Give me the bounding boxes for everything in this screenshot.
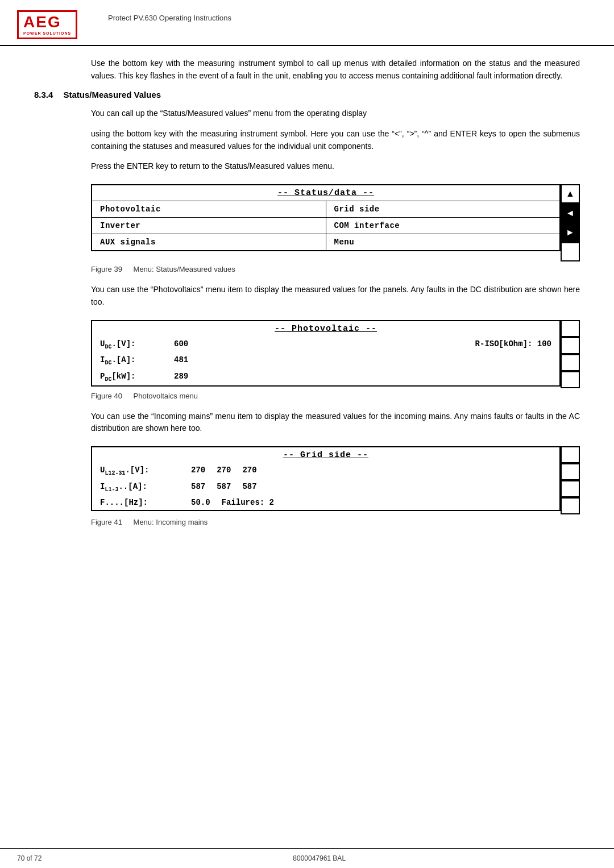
grid-row-0: UL12-31.[V]: 270 270 270 <box>92 463 559 479</box>
display-row-1: Inverter COM interface <box>92 218 559 234</box>
footer-center: 8000047961 BAL <box>293 854 346 862</box>
pv-display: -- Photovoltaic -- UDC.[V]: 600 R-ISO[kO… <box>91 320 561 387</box>
grid-label-i: IL1-3..[A]: <box>100 482 191 493</box>
btn-up[interactable]: ▲ <box>561 184 580 203</box>
grid-f-1: 50.0 <box>191 498 210 507</box>
grid-i-2: 587 <box>217 482 231 491</box>
grid-vals-i: 587 587 587 <box>191 482 257 491</box>
grid-row-2: F....[Hz]: 50.0 Failures: 2 <box>92 495 559 510</box>
side-buttons-40 <box>561 320 580 388</box>
fig39-text: Menu: Status/Measured values <box>134 265 235 273</box>
btn41-3 <box>561 480 580 497</box>
btn-left[interactable]: ◄ <box>561 203 580 223</box>
btn-blank <box>561 242 580 261</box>
fig40-caption: Figure 40 Photovoltaics menu <box>91 392 580 400</box>
section-para1: You can call up the “Status/Measured val… <box>91 107 580 120</box>
grid-u-3: 270 <box>242 466 256 475</box>
display-row-2: AUX signals Menu <box>92 234 559 250</box>
grid-failures-label: Failures: 2 <box>222 498 274 507</box>
display-cell-pv: Photovoltaic <box>92 201 326 217</box>
grid-vals-f: 50.0 Failures: 2 <box>191 498 274 507</box>
pv-val-udc: 600 <box>174 339 208 350</box>
grid-i-1: 587 <box>191 482 205 491</box>
section-title: Status/Measured Values <box>63 90 161 99</box>
grid-i-3: 587 <box>242 482 256 491</box>
grid-label-u: UL12-31.[V]: <box>100 466 191 476</box>
fig40-num: Figure 40 <box>91 392 122 400</box>
fig39-num: Figure 39 <box>91 265 122 273</box>
section-number: 8.3.4 <box>34 90 53 99</box>
fig40-text: Photovoltaics menu <box>134 392 198 400</box>
logo-box: AEG POWER SOLUTIONS <box>17 10 77 39</box>
side-buttons-41 <box>561 446 580 514</box>
figure41-container: -- Grid side -- UL12-31.[V]: 270 270 270… <box>91 446 580 514</box>
doc-title: Protect PV.630 Operating Instructions <box>85 10 597 22</box>
pv-val-pdc: 289 <box>174 372 208 383</box>
figure39-container: -- Status/data -- Photovoltaic Grid side… <box>91 184 580 261</box>
intro-section: Use the bottom key with the measuring in… <box>91 57 580 82</box>
pv-riso-label: R-ISO[kOhm]: 100 <box>475 339 551 350</box>
pv-label-udc: UDC.[V]: <box>100 339 174 350</box>
grid-vals-u: 270 270 270 <box>191 466 257 475</box>
display-cell-menu: Menu <box>326 234 560 250</box>
footer-left: 70 of 72 <box>17 854 42 862</box>
display-cell-inverter: Inverter <box>92 218 326 234</box>
btn41-4 <box>561 497 580 514</box>
btn40-4 <box>561 371 580 388</box>
page-footer: 70 of 72 8000047961 BAL <box>0 848 614 868</box>
display-cell-grid: Grid side <box>326 201 560 217</box>
fig41-num: Figure 41 <box>91 518 122 526</box>
pv-label-idc: IDC.[A]: <box>100 355 174 366</box>
pv-header: -- Photovoltaic -- <box>92 321 559 337</box>
btn-right[interactable]: ► <box>561 223 580 242</box>
display-header-39: -- Status/data -- <box>92 185 559 201</box>
pv-row-0: UDC.[V]: 600 R-ISO[kOhm]: 100 <box>92 337 559 353</box>
display-cell-aux: AUX signals <box>92 234 326 250</box>
section-834-body: You can call up the “Status/Measured val… <box>91 107 580 526</box>
para-pv: You can use the “Photovoltaics” menu ite… <box>91 284 580 308</box>
grid-display: -- Grid side -- UL12-31.[V]: 270 270 270… <box>91 446 561 512</box>
pv-row-1: IDC.[A]: 481 <box>92 352 559 369</box>
logo-aeg-text: AEG <box>23 14 71 30</box>
status-data-display: -- Status/data -- Photovoltaic Grid side… <box>91 184 561 251</box>
intro-paragraph: Use the bottom key with the measuring in… <box>91 57 580 82</box>
pv-val-idc: 481 <box>174 355 208 366</box>
page-header: AEG POWER SOLUTIONS Protect PV.630 Opera… <box>0 0 614 46</box>
btn40-2 <box>561 337 580 354</box>
grid-label-f: F....[Hz]: <box>100 498 191 507</box>
figure40-container: -- Photovoltaic -- UDC.[V]: 600 R-ISO[kO… <box>91 320 580 388</box>
grid-u-2: 270 <box>217 466 231 475</box>
btn40-1 <box>561 320 580 337</box>
fig39-caption: Figure 39 Menu: Status/Measured values <box>91 265 580 273</box>
fig41-caption: Figure 41 Menu: Incoming mains <box>91 518 580 526</box>
grid-row-1: IL1-3..[A]: 587 587 587 <box>92 479 559 496</box>
para-grid: You can use the “Incoming mains” menu it… <box>91 410 580 435</box>
main-content: Use the bottom key with the measuring in… <box>0 46 614 559</box>
display-cell-com: COM interface <box>326 218 560 234</box>
display-row-0: Photovoltaic Grid side <box>92 201 559 218</box>
btn41-1 <box>561 446 580 463</box>
pv-label-pdc: PDC[kW]: <box>100 372 174 383</box>
grid-u-1: 270 <box>191 466 205 475</box>
fig41-text: Menu: Incoming mains <box>134 518 208 526</box>
logo-sub-text: POWER SOLUTIONS <box>23 31 71 35</box>
side-buttons-39: ▲ ◄ ► <box>561 184 580 261</box>
btn41-2 <box>561 463 580 480</box>
logo-area: AEG POWER SOLUTIONS <box>17 10 85 39</box>
section-para3: Press the ENTER key to return to the Sta… <box>91 160 580 173</box>
grid-header: -- Grid side -- <box>92 447 559 463</box>
pv-row-2: PDC[kW]: 289 <box>92 369 559 385</box>
btn40-3 <box>561 354 580 371</box>
section-heading-834: 8.3.4Status/Measured Values <box>34 90 580 99</box>
section-para2: using the bottom key with the measuring … <box>91 128 580 152</box>
